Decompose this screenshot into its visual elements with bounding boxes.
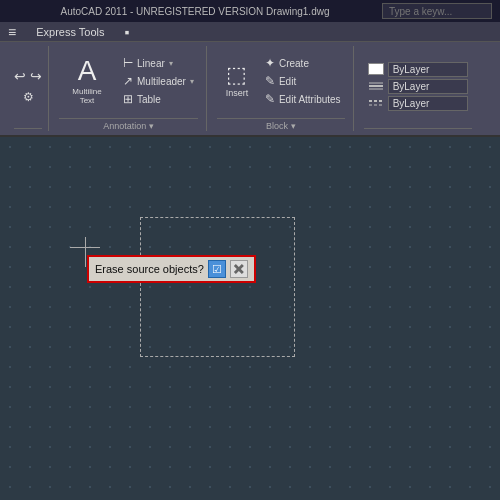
block-group: ⬚ Insert ✦ Create ✎ Edit ✎ Edit Attr [209, 46, 354, 131]
ribbon: ↩ ↪ ⚙ A Multiline Text ⊢ [0, 42, 500, 137]
insert-icon: ⬚ [226, 64, 247, 86]
layer-group: ByLayer ByLayer [356, 46, 480, 131]
erase-no-button[interactable] [230, 260, 248, 278]
block-buttons-col: ✦ Create ✎ Edit ✎ Edit Attributes [261, 55, 345, 107]
linetype-icon [368, 80, 384, 92]
erase-prompt-text: Erase source objects? [95, 263, 204, 275]
lineweight-icon [368, 97, 384, 109]
settings-icon[interactable]: ⚙ [23, 90, 34, 104]
menu-item-express[interactable]: Express Tools [32, 24, 108, 40]
edit-attributes-button[interactable]: ✎ Edit Attributes [261, 91, 345, 107]
edit-icon: ✎ [265, 74, 275, 88]
edit-attributes-icon: ✎ [265, 92, 275, 106]
linetype-row: ByLayer [368, 79, 468, 94]
annotation-buttons-col: ⊢ Linear ▾ ↗ Multileader ▾ ⊞ Table [119, 55, 198, 107]
menu-item-home[interactable]: ≡ [4, 22, 20, 42]
quick-access-label [14, 128, 42, 131]
table-button[interactable]: ⊞ Table [119, 91, 198, 107]
table-label: Table [137, 94, 161, 105]
multileader-icon: ↗ [123, 74, 133, 88]
color-swatch[interactable] [368, 63, 384, 75]
linear-icon: ⊢ [123, 56, 133, 70]
multileader-button[interactable]: ↗ Multileader ▾ [119, 73, 198, 89]
erase-yes-button[interactable]: ☑ [208, 260, 226, 278]
table-icon: ⊞ [123, 92, 133, 106]
yes-checkmark-icon: ☑ [212, 263, 222, 276]
multiline-text-button[interactable]: A Multiline Text [59, 51, 115, 111]
linear-button[interactable]: ⊢ Linear ▾ [119, 55, 198, 71]
edit-label: Edit [279, 76, 296, 87]
multileader-chevron: ▾ [190, 77, 194, 86]
erase-dialog[interactable]: Erase source objects? ☑ [87, 255, 256, 283]
no-x-icon [234, 264, 244, 274]
linear-label: Linear [137, 58, 165, 69]
bylayer-color-dropdown[interactable]: ByLayer [388, 62, 468, 77]
undo-icon[interactable]: ↩ [14, 68, 26, 84]
annotation-label: Annotation ▾ [59, 118, 198, 131]
create-icon: ✦ [265, 56, 275, 70]
crosshair-vertical [85, 237, 86, 267]
quick-access-group: ↩ ↪ ⚙ [6, 46, 49, 131]
layer-panel: ByLayer ByLayer [364, 62, 472, 111]
selection-box [140, 217, 295, 357]
multiline-text-label: Multiline Text [65, 87, 109, 105]
ribbon-content: ↩ ↪ ⚙ A Multiline Text ⊢ [0, 42, 500, 135]
edit-attributes-label: Edit Attributes [279, 94, 341, 105]
lineweight-row: ByLayer [368, 96, 468, 111]
title-bar: AutoCAD 2011 - UNREGISTERED VERSION Draw… [0, 0, 500, 22]
insert-button[interactable]: ⬚ Insert [217, 51, 257, 111]
menu-bar: ≡ Express Tools ▪ [0, 22, 500, 42]
bylayer-lineweight-dropdown[interactable]: ByLayer [388, 96, 468, 111]
layer-label [364, 128, 472, 131]
edit-button[interactable]: ✎ Edit [261, 73, 345, 89]
multileader-label: Multileader [137, 76, 186, 87]
annotation-group: A Multiline Text ⊢ Linear ▾ ↗ Multileade… [51, 46, 207, 131]
title-text: AutoCAD 2011 - UNREGISTERED VERSION Draw… [8, 6, 382, 17]
create-label: Create [279, 58, 309, 69]
search-input[interactable] [382, 3, 492, 19]
bylayer-linetype-dropdown[interactable]: ByLayer [388, 79, 468, 94]
canvas-area[interactable]: Erase source objects? ☑ [0, 137, 500, 498]
create-button[interactable]: ✦ Create [261, 55, 345, 71]
linear-chevron: ▾ [169, 59, 173, 68]
menu-item-extra[interactable]: ▪ [120, 22, 133, 42]
multiline-text-icon: A [78, 57, 97, 85]
block-label: Block ▾ [217, 118, 345, 131]
color-layer-row: ByLayer [368, 62, 468, 77]
insert-label: Insert [226, 88, 249, 98]
redo-icon[interactable]: ↪ [30, 68, 42, 84]
